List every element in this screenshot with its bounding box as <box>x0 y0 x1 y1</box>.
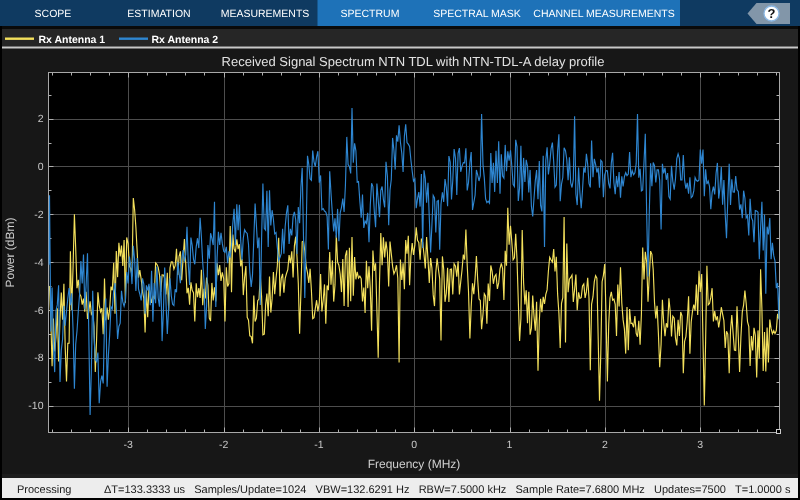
svg-text:ΔT=133.3333 us Samples/Updat: ΔT=133.3333 us Samples/Update=1024 VBW=1… <box>104 484 791 496</box>
svg-text:SPECTRAL MASK: SPECTRAL MASK <box>433 8 521 20</box>
svg-text:0: 0 <box>411 439 417 451</box>
svg-text:-4: -4 <box>34 257 43 269</box>
svg-text:0: 0 <box>38 161 44 173</box>
svg-text:SPECTRUM: SPECTRUM <box>341 8 400 20</box>
svg-text:-2: -2 <box>34 209 43 221</box>
svg-text:Power (dBm): Power (dBm) <box>3 217 17 287</box>
svg-text:Rx Antenna 1: Rx Antenna 1 <box>39 34 106 46</box>
svg-text:1: 1 <box>507 439 513 451</box>
svg-text:-8: -8 <box>34 352 43 364</box>
svg-text:?: ? <box>768 6 776 21</box>
svg-text:-1: -1 <box>314 439 323 451</box>
svg-text:CHANNEL MEASUREMENTS: CHANNEL MEASUREMENTS <box>533 8 674 20</box>
svg-text:-6: -6 <box>34 305 43 317</box>
svg-text:-10: -10 <box>28 400 43 412</box>
svg-text:3: 3 <box>697 439 703 451</box>
svg-text:Frequency (MHz): Frequency (MHz) <box>368 457 461 471</box>
svg-text:Processing: Processing <box>17 484 71 496</box>
svg-text:Rx Antenna 2: Rx Antenna 2 <box>152 34 219 46</box>
svg-text:2: 2 <box>602 439 608 451</box>
svg-text:2: 2 <box>38 113 44 125</box>
svg-text:Received Signal Spectrum NTN T: Received Signal Spectrum NTN TDL with NT… <box>222 54 605 69</box>
svg-text:MEASUREMENTS: MEASUREMENTS <box>221 8 310 20</box>
svg-text:-2: -2 <box>219 439 228 451</box>
svg-text:-3: -3 <box>124 439 133 451</box>
svg-text:SCOPE: SCOPE <box>35 8 72 20</box>
svg-text:ESTIMATION: ESTIMATION <box>127 8 190 20</box>
